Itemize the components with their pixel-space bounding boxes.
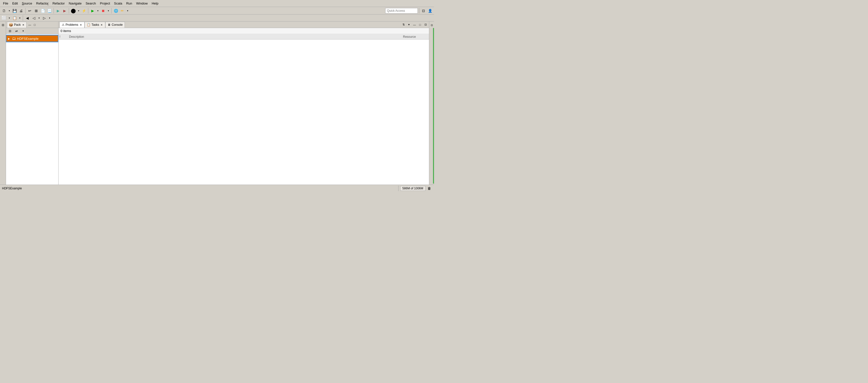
new-btn[interactable]: 🗋 (1, 8, 7, 14)
debug-dropdown[interactable]: ▾ (96, 8, 99, 14)
gc-button[interactable]: 🗑 (427, 186, 432, 191)
menu-project[interactable]: Project (98, 1, 112, 6)
sidebar-collapse-btn[interactable]: ⊟ (0, 23, 5, 28)
perspective2-btn[interactable]: 👤 (427, 8, 433, 14)
right-panel: ⚠ Problems ✕ 📋 Tasks ✕ 🖥 Console ⇅ ▾ — □… (59, 22, 429, 185)
menu-source[interactable]: Source (20, 1, 34, 6)
right-sidebar-btn[interactable]: ⊡ (429, 23, 434, 28)
tree-arrow: ▶ (8, 37, 11, 40)
items-header: 0 items (59, 28, 429, 34)
sep1 (25, 8, 26, 13)
globe-btn[interactable]: 🌐 (113, 8, 119, 14)
close-panel-btn[interactable]: ⊡ (423, 22, 428, 27)
fwd-nav-dropdown[interactable]: ▾ (48, 15, 51, 21)
save-btn[interactable]: 💾 (11, 8, 18, 14)
marker-btn[interactable]: ✏ (119, 8, 125, 14)
back-nav-btn[interactable]: ◀ (24, 15, 30, 21)
fwd-nav-btn[interactable]: ▷ (41, 15, 47, 21)
panel-toolbar: ⊟ ⇌ ▾ (6, 28, 58, 34)
menu-refactor2[interactable]: Refactor (51, 1, 67, 6)
circle-dropdown[interactable]: ▾ (77, 8, 80, 14)
console-tab[interactable]: 🖥 Console (105, 22, 125, 28)
collapse-all-btn[interactable]: ⊟ (7, 28, 13, 34)
minimize-panel-btn[interactable]: — (412, 22, 417, 27)
quick-access-input[interactable] (385, 8, 418, 13)
problems-tab-icon: ⚠ (62, 23, 65, 27)
next-edit-dropdown[interactable]: ▾ (18, 15, 22, 21)
tasks-tab[interactable]: 📋 Tasks ✕ (85, 22, 105, 28)
prev-edit-btn[interactable]: ⬜ (1, 15, 7, 21)
status-project: HDFSExample (2, 187, 398, 190)
next-edit-btn[interactable]: 📋 (11, 15, 18, 21)
maximize-panel-btn[interactable]: □ (417, 22, 423, 27)
doc-btn[interactable]: 📃 (46, 8, 52, 14)
console-tab-label: Console (112, 23, 123, 27)
package-explorer-tree: ▶ 🗂 HDFSExample (6, 34, 58, 185)
panel-tabs: 📦 Pack ✕ — □ (6, 22, 58, 28)
sep6 (419, 8, 419, 13)
sep4 (88, 8, 88, 13)
menu-bar: File Edit Source Refactor Refactor Navig… (0, 0, 434, 7)
tree-label-hdfsexample: HDFSExample (17, 37, 38, 40)
circle-btn[interactable]: ⬤ (70, 8, 76, 14)
sep5 (111, 8, 112, 13)
pack-tab-close[interactable]: ✕ (22, 23, 25, 26)
items-count: 0 items (61, 29, 71, 33)
menu-search[interactable]: Search (84, 1, 98, 6)
console-tab-icon: 🖥 (107, 23, 111, 27)
quick-access-box (385, 8, 418, 13)
left-panel: 📦 Pack ✕ — □ ⊟ ⇌ ▾ ▶ 🗂 HDFSExample (6, 22, 59, 185)
project-icon: 🗂 (12, 36, 16, 41)
tasks-tab-close[interactable]: ✕ (100, 23, 103, 26)
problems-tab-close[interactable]: ✕ (79, 23, 82, 26)
panel-tab-actions: — □ (28, 23, 37, 27)
main-toolbar: 🗋 ▾ 💾 🖨 ↩ ⊞ 📄 📃 ▶ ▶ ⬤ ▾ ⚡ ▶ ▾ ⏹ ▾ 🌐 ✏ ▾ … (0, 7, 434, 14)
file-btn[interactable]: 📄 (40, 8, 46, 14)
menu-run[interactable]: Run (124, 1, 134, 6)
marker-dropdown[interactable]: ▾ (126, 8, 129, 14)
back-btn[interactable]: ↩ (27, 8, 33, 14)
link-with-editor-btn[interactable]: ⇌ (13, 28, 20, 34)
print-btn[interactable]: 🖨 (18, 8, 24, 14)
view-menu-btn[interactable]: ▾ (20, 28, 26, 34)
menu-edit[interactable]: Edit (10, 1, 20, 6)
stop-btn[interactable]: ⏹ (100, 8, 106, 14)
tree-item-hdfsexample[interactable]: ▶ 🗂 HDFSExample (6, 35, 58, 42)
view-menu-btn2[interactable]: ▾ (406, 22, 411, 27)
filter-btn[interactable]: ⇅ (401, 22, 406, 27)
back-nav2-btn[interactable]: ◁ (31, 15, 37, 21)
right-panel-actions: ⇅ ▾ — □ ⊡ (401, 22, 428, 27)
col-description-header: Description (67, 35, 403, 38)
menu-refactor1[interactable]: Refactor (34, 1, 51, 6)
stop-dropdown[interactable]: ▾ (106, 8, 110, 14)
debug-btn[interactable]: ▶ (90, 8, 96, 14)
tasks-tab-label: Tasks (92, 23, 99, 27)
bug-btn[interactable]: ⚡ (81, 8, 87, 14)
menu-scala[interactable]: Scala (112, 1, 124, 6)
new-dropdown[interactable]: ▾ (7, 8, 11, 14)
run-config-btn[interactable]: ▶ (55, 8, 61, 14)
menu-help[interactable]: Help (150, 1, 160, 6)
col-severity-header: ! (60, 35, 67, 38)
status-right: 586M of 1006M 🗑 (398, 186, 432, 191)
grid-btn[interactable]: ⊞ (33, 8, 39, 14)
menu-file[interactable]: File (1, 1, 10, 6)
sep3 (69, 8, 69, 13)
perspective-btn[interactable]: ⊡ (421, 8, 427, 14)
prev-edit-dropdown[interactable]: ▾ (7, 15, 11, 21)
maximize-btn[interactable]: □ (33, 23, 37, 27)
menu-window[interactable]: Window (134, 1, 150, 6)
table-header: ! Description Resource (59, 34, 429, 39)
menu-navigate[interactable]: Navigate (67, 1, 84, 6)
run-config2-btn[interactable]: ▶ (62, 8, 67, 14)
pack-tab-label: Pack (14, 23, 21, 27)
left-sidebar: ⊟ (0, 22, 6, 185)
minimize-btn[interactable]: — (28, 23, 32, 27)
main-area: ⊟ 📦 Pack ✕ — □ ⊟ ⇌ ▾ ▶ 🗂 HDFSExample (0, 22, 434, 185)
secondary-toolbar: ⬜ ▾ 📋 ▾ ◀ ◁ ▾ ▷ ▾ (0, 14, 434, 22)
pack-tab[interactable]: 📦 Pack ✕ (7, 22, 27, 28)
back-nav-dropdown[interactable]: ▾ (37, 15, 41, 21)
sep2 (54, 8, 54, 13)
memory-display[interactable]: 586M of 1006M (400, 186, 426, 191)
problems-tab[interactable]: ⚠ Problems ✕ (60, 22, 85, 28)
